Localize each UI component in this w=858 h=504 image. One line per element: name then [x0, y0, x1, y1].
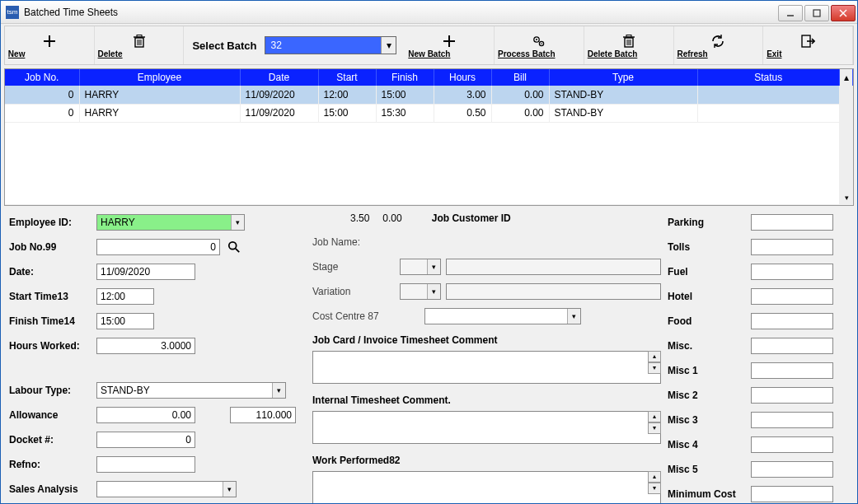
svg-rect-1 [813, 10, 820, 16]
svg-point-16 [536, 39, 537, 40]
col-status[interactable]: Status [697, 69, 840, 86]
timesheet-grid: Job No. Employee Date Start Finish Hours… [4, 68, 854, 206]
col-date[interactable]: Date [240, 69, 318, 86]
date-input[interactable] [96, 264, 195, 280]
col-start[interactable]: Start [318, 69, 376, 86]
hours-worked-label: Hours Worked: [9, 340, 91, 352]
misc1-input[interactable] [751, 362, 833, 379]
allowance-label: Allowance [9, 409, 91, 421]
finish-time-input[interactable] [96, 313, 154, 329]
employee-id-label: Employee ID: [9, 217, 91, 228]
chevron-down-icon: ▾ [427, 259, 440, 274]
col-jobno[interactable]: Job No. [5, 69, 79, 86]
cell-jobno: 0 [5, 104, 79, 122]
grid-header-row: Job No. Employee Date Start Finish Hours… [5, 69, 853, 86]
scroll-down-button[interactable]: ▾ [840, 86, 853, 204]
close-button[interactable] [831, 5, 856, 21]
col-bill[interactable]: Bill [491, 69, 549, 86]
chevron-down-icon: ▾ [231, 215, 244, 230]
jobno-label: Job No.99 [9, 241, 91, 253]
misc4-label: Misc 4 [668, 439, 746, 450]
cell-hours: 3.00 [434, 86, 491, 104]
sales-analysis-select[interactable]: ▾ [96, 481, 237, 497]
detail-form: Employee ID: HARRY ▾ Job No.99 Date: Sta… [1, 206, 857, 504]
spin-down-icon[interactable]: ▾ [648, 422, 661, 434]
table-row[interactable]: 0 HARRY 11/09/2020 12:00 15:00 3.00 0.00… [5, 86, 853, 104]
cell-bill: 0.00 [491, 86, 549, 104]
minimize-button[interactable] [778, 5, 803, 21]
new-batch-label: New Batch [408, 49, 490, 58]
food-input[interactable] [751, 313, 833, 329]
cell-jobno: 0 [5, 86, 79, 104]
cell-bill: 0.00 [491, 104, 549, 122]
misc4-input[interactable] [751, 436, 833, 453]
internal-comment-label: Internal Timesheet Comment. [312, 394, 661, 406]
exit-button[interactable]: Exit [763, 26, 853, 64]
internal-comment-textarea[interactable] [312, 411, 661, 444]
delete-batch-button[interactable]: Delete Batch [584, 26, 674, 64]
refno-input[interactable] [96, 456, 195, 473]
exit-label: Exit [767, 49, 849, 58]
misc2-input[interactable] [751, 387, 833, 404]
svg-rect-23 [626, 35, 631, 37]
col-type[interactable]: Type [549, 69, 697, 86]
svg-rect-11 [137, 35, 142, 37]
tolls-input[interactable] [751, 239, 833, 255]
scroll-up-button[interactable]: ▴ [840, 69, 853, 86]
jobcard-comment-textarea[interactable] [312, 351, 661, 384]
employee-id-value: HARRY [101, 217, 135, 228]
delete-batch-label: Delete Batch [588, 49, 670, 58]
misc5-input[interactable] [751, 461, 833, 478]
delete-button[interactable]: Delete [95, 26, 185, 64]
col-finish[interactable]: Finish [376, 69, 434, 86]
col-employee[interactable]: Employee [79, 69, 240, 86]
variation-select[interactable]: ▾ [400, 283, 441, 300]
allowance2-input[interactable] [230, 407, 296, 423]
search-icon [227, 240, 241, 254]
min-cost-input[interactable] [751, 486, 833, 502]
spin-up-icon[interactable]: ▴ [648, 411, 661, 422]
select-batch-label: Select Batch [192, 40, 256, 52]
spin-up-icon[interactable]: ▴ [648, 471, 661, 483]
jobno-input[interactable] [96, 239, 220, 255]
allowance-input[interactable] [96, 407, 195, 423]
spin-up-icon[interactable]: ▴ [648, 351, 661, 362]
start-time-input[interactable] [96, 288, 154, 305]
select-batch-dropdown[interactable]: 32 ▾ [265, 36, 396, 54]
maximize-button[interactable] [804, 5, 829, 21]
spin-down-icon[interactable]: ▾ [648, 483, 661, 494]
job-customer-id-label: Job Customer ID [432, 212, 511, 224]
labour-type-select[interactable]: STAND-BY ▾ [96, 382, 286, 399]
new-batch-button[interactable]: New Batch [405, 26, 495, 64]
col-hours[interactable]: Hours [434, 69, 491, 86]
work-performed-textarea[interactable] [312, 471, 661, 504]
fuel-input[interactable] [751, 264, 833, 280]
labour-type-label: Labour Type: [9, 385, 91, 396]
table-row[interactable]: 0 HARRY 11/09/2020 15:00 15:30 0.50 0.00… [5, 104, 853, 122]
hours-worked-input[interactable] [96, 338, 195, 354]
stage-select[interactable]: ▾ [400, 259, 441, 275]
tolls-label: Tolls [668, 241, 746, 253]
process-batch-button[interactable]: Process Batch [495, 26, 584, 64]
new-label: New [8, 49, 91, 58]
hotel-input[interactable] [751, 288, 833, 305]
jobno-lookup-button[interactable] [225, 239, 243, 255]
plus-icon [442, 33, 457, 49]
misc3-label: Misc 3 [668, 414, 746, 426]
date-label: Date: [9, 266, 91, 278]
cell-start: 12:00 [318, 86, 376, 104]
sum-hours: 3.50 [350, 212, 369, 224]
chevron-down-icon: ▾ [381, 37, 396, 54]
refresh-button[interactable]: Refresh [674, 26, 764, 64]
misc3-input[interactable] [751, 412, 833, 428]
parking-input[interactable] [751, 214, 833, 231]
new-button[interactable]: New [5, 26, 95, 64]
employee-id-select[interactable]: HARRY ▾ [96, 214, 245, 231]
cell-start: 15:00 [318, 104, 376, 122]
spin-down-icon[interactable]: ▾ [648, 362, 661, 374]
misc5-label: Misc 5 [668, 464, 746, 475]
window: tsm Batched Time Sheets New Delete [0, 0, 858, 504]
cost-centre-select[interactable]: ▾ [424, 308, 581, 324]
misc-input[interactable] [751, 338, 833, 354]
docket-input[interactable] [96, 432, 195, 448]
